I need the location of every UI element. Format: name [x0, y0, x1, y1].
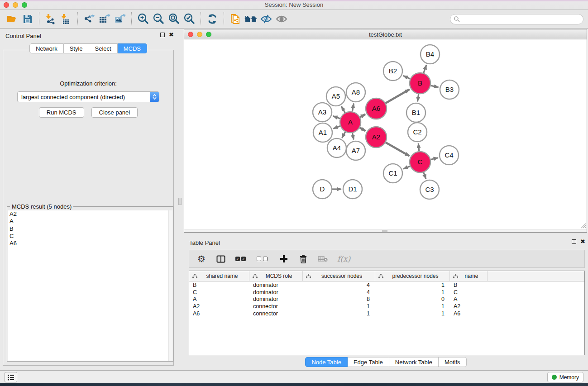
table-cell[interactable]: 1 [375, 303, 450, 310]
import-network-icon[interactable] [43, 11, 58, 27]
hide-graphics-details-icon[interactable] [258, 11, 274, 27]
tab-motifs[interactable]: Motifs [439, 357, 467, 367]
column-header-MCDS-role[interactable]: MCDS role [249, 271, 303, 281]
search-field[interactable] [450, 14, 583, 24]
float-panel-icon[interactable] [160, 33, 165, 37]
table-row[interactable]: A6connector11A6 [189, 310, 584, 317]
edge-A-A2[interactable] [360, 128, 366, 131]
node-A3[interactable]: A3 [313, 103, 332, 122]
edge-C-C1[interactable] [403, 166, 410, 169]
edge-B-B2[interactable] [403, 76, 410, 79]
table-cell[interactable]: 1 [375, 282, 450, 288]
node-B[interactable]: B [410, 73, 430, 94]
task-history-button[interactable] [5, 372, 17, 382]
split-columns-icon[interactable] [216, 253, 226, 264]
edge-B-B4[interactable] [424, 65, 426, 73]
table-cell[interactable]: A [189, 296, 249, 302]
node-A4[interactable]: A4 [327, 138, 346, 157]
table-cell[interactable]: 4 [303, 289, 375, 295]
tab-mcds[interactable]: MCDS [118, 43, 147, 53]
edge-C-C4[interactable] [430, 158, 438, 160]
tab-edge-table[interactable]: Edge Table [348, 357, 389, 367]
network-hscroll-thumb[interactable] [382, 230, 387, 232]
tab-style[interactable]: Style [64, 43, 89, 53]
export-image-icon[interactable] [112, 11, 128, 27]
node-A8[interactable]: A8 [346, 83, 365, 102]
zoom-selected-icon[interactable] [182, 11, 197, 27]
import-table-icon[interactable] [58, 11, 74, 27]
table-cell[interactable]: A6 [189, 310, 249, 317]
run-mcds-button[interactable]: Run MCDS [39, 107, 84, 118]
close-table-panel-icon[interactable]: ✖ [580, 239, 585, 244]
deselect-all-icon[interactable] [257, 253, 269, 264]
edge-A-A5[interactable] [341, 106, 345, 113]
export-table-icon[interactable] [97, 11, 112, 27]
table-cell[interactable]: connector [249, 310, 303, 317]
edge-B-B3[interactable] [431, 86, 439, 87]
table-cell[interactable]: A2 [450, 303, 488, 310]
optimization-dropdown[interactable]: largest connected component (directed) [17, 91, 159, 102]
table-cell[interactable]: 1 [375, 289, 450, 295]
table-cell[interactable]: C [189, 289, 249, 295]
search-input[interactable] [460, 15, 583, 24]
edge-A-A8[interactable] [352, 104, 354, 112]
node-B4[interactable]: B4 [421, 45, 440, 64]
table-row[interactable]: Cdominator41C [189, 289, 584, 296]
zoom-out-icon[interactable] [151, 11, 166, 27]
edge-C-C2[interactable] [418, 143, 419, 151]
table-row[interactable]: A2connector11A2 [189, 303, 584, 310]
table-cell[interactable]: 1 [303, 303, 375, 310]
export-network-icon[interactable] [81, 11, 97, 27]
node-D1[interactable]: D1 [343, 180, 362, 199]
result-item[interactable]: B [8, 225, 168, 233]
node-A1[interactable]: A1 [313, 123, 332, 142]
tab-select[interactable]: Select [89, 43, 118, 53]
table-cell[interactable]: A6 [450, 310, 488, 317]
node-B3[interactable]: B3 [440, 80, 459, 99]
result-item[interactable]: C [8, 233, 168, 240]
tab-network[interactable]: Network [29, 43, 64, 53]
table-cell[interactable]: C [450, 289, 488, 295]
zoom-fit-icon[interactable] [166, 11, 182, 27]
table-cell[interactable]: dominator [249, 282, 303, 288]
open-session-icon[interactable] [5, 11, 20, 27]
show-graphics-details-icon[interactable] [274, 11, 289, 27]
node-A2[interactable]: A2 [366, 127, 387, 148]
node-A6[interactable]: A6 [366, 98, 387, 119]
edge-A6-B[interactable] [386, 90, 410, 104]
table-cell[interactable]: 1 [375, 310, 450, 317]
divider-handle[interactable] [178, 198, 182, 205]
table-cell[interactable]: B [450, 282, 488, 288]
edge-A-A3[interactable] [333, 116, 340, 119]
edge-B-B1[interactable] [417, 94, 418, 101]
memory-button[interactable]: Memory [547, 372, 583, 382]
node-A[interactable]: A [340, 112, 361, 133]
result-item[interactable]: A6 [8, 240, 168, 247]
network-hscrollbar[interactable] [184, 229, 587, 232]
refresh-view-icon[interactable] [205, 11, 220, 27]
table-cell[interactable]: 8 [303, 296, 375, 302]
table-row[interactable]: Adominator80A [189, 296, 584, 303]
node-B1[interactable]: B1 [406, 103, 425, 122]
node-C1[interactable]: C1 [383, 164, 402, 183]
select-all-icon[interactable]: ✓✓ [235, 253, 247, 264]
tab-node-table[interactable]: Node Table [305, 357, 348, 367]
home-icon[interactable] [243, 11, 258, 27]
node-C2[interactable]: C2 [408, 123, 427, 142]
node-C[interactable]: C [410, 152, 430, 172]
resize-grip-icon[interactable] [580, 222, 586, 229]
column-header-successor-nodes[interactable]: successor nodes [303, 271, 375, 281]
close-panel-icon[interactable]: ✖ [169, 33, 174, 37]
zoom-in-icon[interactable] [135, 11, 151, 27]
tab-network-table[interactable]: Network Table [389, 357, 439, 367]
table-row[interactable]: Bdominator41B [189, 281, 584, 289]
node-A7[interactable]: A7 [346, 141, 365, 160]
edge-A-A1[interactable] [333, 126, 340, 129]
edge-A-A7[interactable] [353, 133, 354, 140]
node-C3[interactable]: C3 [420, 180, 439, 199]
table-cell[interactable]: connector [249, 303, 303, 310]
table-cell[interactable]: A [450, 296, 488, 302]
table-cell[interactable]: dominator [249, 289, 303, 295]
result-item[interactable]: A [8, 218, 168, 225]
add-column-icon[interactable] [279, 253, 289, 264]
